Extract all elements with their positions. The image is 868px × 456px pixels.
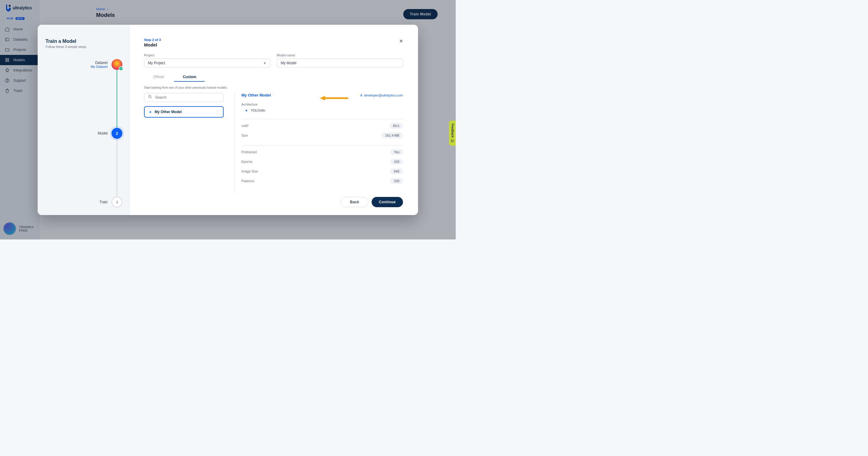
stat-epochs: Epochs 100 [241, 155, 403, 165]
project-select[interactable]: My Project ▼ [144, 58, 270, 67]
project-field: Project My Project ▼ [144, 53, 270, 67]
imgsize-value: 640 [390, 168, 403, 174]
modal-title: Train a Model [45, 38, 122, 44]
modal-subtitle: Follow these 3 simple steps [45, 45, 122, 49]
step-line-2 [117, 139, 117, 196]
modal-content: Step 2 of 3 Model Project My Project ▼ M… [130, 25, 418, 215]
train-model-modal: Train a Model Follow these 3 simple step… [38, 25, 418, 215]
architecture-label: Architecture [241, 103, 403, 106]
stat-pretrained: Pretrained Yes [241, 145, 403, 155]
step1-label: Dataset [91, 61, 107, 65]
patience-label: Patience [241, 179, 254, 183]
section-title: Model [144, 42, 403, 47]
stat-patience: Patience 100 [241, 174, 403, 184]
tab-custom[interactable]: Custom [180, 73, 198, 82]
smile-icon [451, 139, 454, 143]
svg-point-8 [149, 95, 151, 97]
modelname-field: Model name [277, 53, 403, 67]
epochs-value: 100 [390, 159, 403, 165]
svg-point-9 [361, 94, 362, 95]
step1-sub: My Dataset [91, 65, 107, 68]
svg-point-10 [451, 140, 454, 142]
imgsize-label: Image Size [241, 170, 258, 173]
step3-node: 3 [112, 197, 122, 207]
model-detail-title: My Other Model [241, 93, 271, 97]
search-icon [148, 95, 152, 100]
annotation-arrow-icon [320, 96, 348, 101]
stat-size: Size 161.4 MB [241, 129, 403, 138]
step-line-1 [117, 70, 117, 127]
search-input[interactable] [155, 95, 220, 99]
caret-down-icon: ▼ [264, 61, 267, 65]
project-value: My Project [148, 61, 165, 65]
patience-value: 100 [390, 178, 403, 184]
model-list-col: My Other Model [144, 93, 224, 194]
tab-description: Start training from one of your other pr… [144, 86, 403, 89]
continue-button[interactable]: Continue [372, 197, 403, 207]
step-indicator: Step 2 of 3 [144, 38, 403, 41]
size-label: Size [241, 134, 248, 137]
model-list-item-label: My Other Model [155, 110, 182, 114]
svg-point-11 [453, 140, 453, 141]
project-label: Project [144, 53, 270, 57]
modelname-input[interactable] [277, 58, 403, 67]
pretrained-label: Pretrained [241, 150, 257, 154]
bullet-icon [246, 110, 247, 111]
modelname-label: Model name [277, 53, 403, 57]
step-model[interactable]: Model 2 [45, 127, 122, 139]
step2-label: Model [98, 131, 107, 135]
search-box[interactable] [144, 93, 224, 102]
feedback-label: Feedback [451, 124, 454, 138]
stepper: Dataset My Dataset Model 2 Train 3 [45, 59, 122, 208]
content-split: My Other Model My Other Model developer@… [144, 93, 403, 194]
form-row: Project My Project ▼ Model name [144, 53, 403, 67]
step2-node: 2 [112, 128, 122, 139]
model-source-tabs: Official Custom [144, 73, 403, 82]
model-owner-email: developer@ultralytics.com [364, 93, 403, 97]
model-list-item[interactable]: My Other Model [144, 106, 224, 118]
size-value: 161.4 MB [381, 133, 403, 138]
close-button[interactable] [398, 38, 404, 44]
architecture-item: YOLOv8n [241, 109, 403, 112]
step-dataset[interactable]: Dataset My Dataset [45, 59, 122, 70]
architecture-value: YOLOv8n [251, 109, 265, 112]
stat-imgsize: Image Size 640 [241, 165, 403, 174]
step1-node [112, 59, 122, 70]
model-owner: developer@ultralytics.com [360, 93, 403, 97]
feedback-tab[interactable]: Feedback [449, 121, 456, 146]
tab-official[interactable]: Official [151, 73, 166, 82]
svg-point-12 [453, 141, 453, 141]
map-label: mAP [241, 124, 249, 127]
back-button[interactable]: Back [341, 197, 369, 207]
check-icon [119, 66, 123, 71]
model-details-col: My Other Model developer@ultralytics.com… [235, 93, 403, 194]
modal-footer: Back Continue [144, 194, 403, 207]
stat-map: mAP 89.5 [241, 119, 403, 129]
epochs-label: Epochs [241, 160, 253, 164]
step3-label: Train [99, 200, 107, 204]
selected-dot-icon [150, 111, 151, 113]
user-icon [360, 93, 363, 97]
modal-stepper-panel: Train a Model Follow these 3 simple step… [38, 25, 130, 215]
pretrained-value: Yes [390, 149, 403, 155]
step-train[interactable]: Train 3 [45, 196, 122, 208]
map-value: 89.5 [390, 123, 403, 129]
